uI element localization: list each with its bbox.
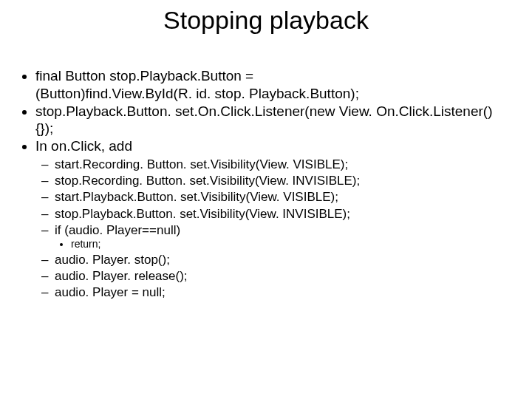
bullet-text: audio. Player. stop();: [55, 253, 170, 267]
sub-sub-bullet-item: return;: [71, 238, 513, 251]
bullet-item: final Button stop.Playback.Button = (But…: [35, 67, 513, 103]
bullet-text: final Button stop.Playback.Button =: [35, 68, 253, 83]
sub-bullet-item: stop.Recording. Button. set.Visibility(V…: [55, 173, 513, 188]
bullet-text: stop.Playback.Button. set.Visibility(Vie…: [55, 207, 350, 221]
bullet-text: stop.Playback.Button. set.On.Click.Liste…: [35, 103, 492, 119]
bullet-text: audio. Player. release();: [55, 269, 188, 283]
sub-bullet-item: start.Playback.Button. set.Visibility(Vi…: [55, 189, 513, 205]
sub-bullet-item: if (audio. Player==null) return;: [55, 222, 513, 251]
sub-bullet-item: start.Recording. Button. set.Visibility(…: [55, 157, 513, 172]
slide: Stopping playback final Button stop.Play…: [0, 0, 532, 399]
bullet-text: stop.Recording. Button. set.Visibility(V…: [55, 174, 360, 188]
slide-title: Stopping playback: [19, 6, 513, 35]
bullet-text: {});: [35, 120, 53, 136]
sub-bullet-item: audio. Player. release();: [55, 268, 513, 284]
bullet-item: In on.Click, add start.Recording. Button…: [35, 137, 513, 300]
bullet-list-level1: final Button stop.Playback.Button = (But…: [19, 67, 513, 300]
bullet-list-level2: start.Recording. Button. set.Visibility(…: [35, 157, 513, 301]
bullet-text: if (audio. Player==null): [55, 223, 180, 237]
bullet-text: In on.Click, add: [35, 138, 132, 154]
bullet-list-level3: return;: [55, 238, 513, 251]
sub-bullet-item: audio. Player. stop();: [55, 252, 513, 267]
sub-bullet-item: audio. Player = null;: [55, 284, 513, 300]
bullet-text: (Button)find.View.ById(R. id. stop. Play…: [35, 86, 359, 101]
bullet-text: return;: [71, 238, 100, 250]
bullet-text: start.Recording. Button. set.Visibility(…: [55, 157, 348, 171]
bullet-item: stop.Playback.Button. set.On.Click.Liste…: [35, 103, 513, 138]
bullet-text: start.Playback.Button. set.Visibility(Vi…: [55, 190, 338, 204]
sub-bullet-item: stop.Playback.Button. set.Visibility(Vie…: [55, 206, 513, 222]
bullet-text: audio. Player = null;: [55, 285, 166, 299]
